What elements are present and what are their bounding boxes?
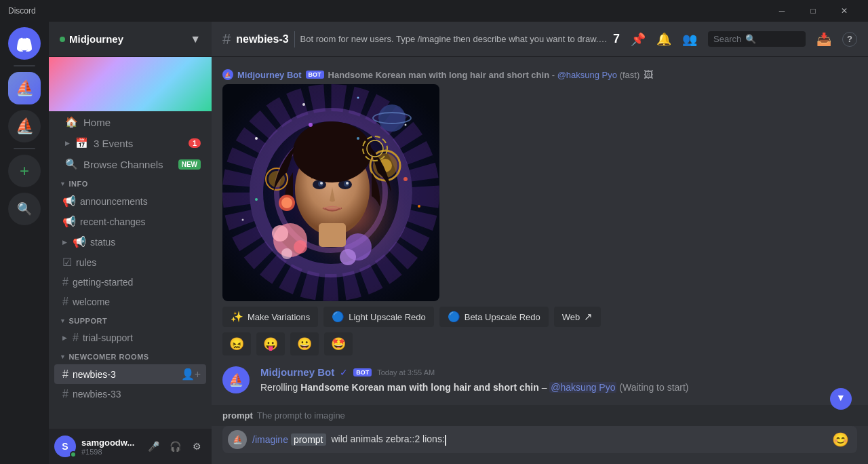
events-nav-item[interactable]: ▶ 📅 3 Events 1	[54, 133, 206, 153]
hash-icon-3: #	[73, 332, 79, 344]
home-nav-item[interactable]: 🏠 Home	[54, 112, 206, 132]
beta-upscale-redo-button[interactable]: 🔵 Beta Upscale Redo	[439, 307, 549, 327]
additional-server-icon[interactable]: ⛵	[8, 110, 41, 142]
server-list-divider-2	[14, 148, 35, 149]
server-list-divider	[14, 65, 35, 66]
svg-point-39	[357, 137, 359, 140]
browse-icon: 🔍	[65, 158, 78, 170]
message-content: Midjourney Bot ✓ BOT Today at 3:55 AM Re…	[260, 366, 857, 395]
home-icon: 🏠	[65, 116, 78, 128]
search-icon: 🔍	[745, 34, 756, 44]
server-banner	[49, 57, 212, 111]
megaphone-icon: 📢	[62, 195, 76, 208]
prompt-description: The prompt to imagine	[257, 410, 345, 421]
maximize-button[interactable]: □	[797, 0, 829, 22]
server-list: ⛵ ⛵ + 🔍	[0, 22, 49, 464]
bell-icon[interactable]: 🔔	[656, 32, 671, 47]
search-bar[interactable]: Search 🔍	[708, 31, 806, 47]
ai-image-container[interactable]	[222, 84, 857, 301]
svg-point-41	[255, 198, 258, 201]
info-toggle: ▼	[60, 180, 66, 187]
web-button[interactable]: Web ↗	[554, 307, 601, 327]
info-section-header[interactable]: ▼ INFO	[49, 177, 212, 191]
channel-status[interactable]: ▶ 📢 status	[54, 232, 206, 252]
reroll-prompt-bold: Handsome Korean man with long hair and s…	[300, 382, 539, 393]
info-section: ▼ INFO 📢 announcements 📢 recent-changes …	[49, 177, 212, 311]
input-box: ⛵ /imagine prompt wild animals zebra::2 …	[222, 426, 857, 453]
newcomer-section-header[interactable]: ▼ NEWCOMER ROOMS	[49, 350, 212, 364]
trial-toggle: ▶	[62, 334, 67, 341]
megaphone-icon-3: 📢	[73, 235, 86, 248]
headset-button[interactable]: 🎧	[165, 437, 184, 456]
prompt-label: prompt	[222, 410, 253, 421]
emoji-reactions: 😖 😛 😀 🤩	[222, 332, 857, 355]
light-upscale-icon: 🔵	[332, 311, 344, 323]
members-icon[interactable]: 👥	[682, 32, 697, 47]
user-bottom-bar: S samgoodw... #1598 🎤 🎧 ⚙	[49, 429, 212, 464]
text-cursor	[445, 435, 446, 446]
user-status-dot	[70, 451, 77, 458]
main-content-wrapper: ⛵ Midjourney Bot BOT Handsome Korean man…	[212, 57, 868, 464]
scroll-down-icon: ▲	[836, 393, 846, 404]
pin-icon[interactable]: 📌	[631, 32, 646, 47]
add-server-button[interactable]: +	[8, 155, 41, 187]
channel-header-name: newbies-3	[236, 33, 288, 45]
discover-servers-button[interactable]: 🔍	[8, 193, 41, 225]
reroll-message-text: Rerolling Handsome Korean man with long …	[260, 381, 857, 395]
server-status-dot	[60, 37, 65, 42]
app-title: Discord	[8, 6, 36, 16]
close-button[interactable]: ✕	[829, 0, 860, 22]
server-header[interactable]: Midjourney ▼	[49, 22, 212, 57]
help-icon[interactable]: ?	[842, 32, 857, 47]
slash-command-label: /imagine	[252, 434, 288, 445]
channel-hash-icon: #	[222, 31, 231, 48]
support-toggle: ▼	[60, 317, 66, 324]
channel-newbies-3[interactable]: # newbies-3 👤+	[54, 364, 206, 384]
support-section-header[interactable]: ▼ SUPPORT	[49, 314, 212, 328]
channel-recent-changes[interactable]: 📢 recent-changes	[54, 212, 206, 231]
svg-point-40	[403, 177, 408, 181]
channel-welcome[interactable]: # welcome	[54, 292, 206, 311]
main-area: # newbies-3 Bot room for new users. Type…	[212, 22, 868, 464]
nav-section: 🏠 Home ▶ 📅 3 Events 1 🔍 Browse Channels …	[49, 112, 212, 174]
channel-announcements[interactable]: 📢 announcements	[54, 191, 206, 211]
make-variations-button[interactable]: ✨ Make Variations	[222, 307, 318, 327]
ai-image-svg	[222, 84, 439, 301]
browse-channels-item[interactable]: 🔍 Browse Channels NEW	[54, 154, 206, 174]
svg-point-35	[281, 197, 292, 208]
svg-point-38	[309, 123, 313, 127]
discord-home-button[interactable]	[8, 27, 41, 60]
channel-trial-support[interactable]: ▶ # trial-support	[54, 328, 206, 347]
input-text-value[interactable]: wild animals zebra::2 lions:	[332, 433, 446, 445]
svg-point-36	[378, 104, 406, 132]
hash-icon-4: #	[62, 368, 68, 381]
hash-icon-5: #	[62, 388, 68, 400]
emoji-button[interactable]: 😊	[829, 429, 852, 450]
channel-header: # newbies-3 Bot room for new users. Type…	[212, 22, 868, 57]
events-badge: 1	[189, 138, 201, 148]
reaction-grin[interactable]: 😀	[290, 332, 319, 355]
verified-icon: ✓	[340, 367, 348, 378]
server-dropdown-icon: ▼	[190, 33, 201, 45]
light-upscale-redo-button[interactable]: 🔵 Light Upscale Redo	[323, 307, 433, 327]
svg-point-8	[294, 240, 307, 254]
bot-author-name: Midjourney Bot	[260, 366, 334, 378]
channel-rules[interactable]: ☑ rules	[54, 252, 206, 272]
inbox-icon[interactable]: 📥	[816, 32, 831, 47]
settings-button[interactable]: ⚙	[187, 437, 206, 456]
channel-newbies-33[interactable]: # newbies-33	[54, 385, 206, 404]
midjourney-server-icon[interactable]: ⛵	[8, 72, 41, 104]
svg-point-11	[340, 249, 356, 265]
reaction-tongue[interactable]: 😛	[256, 332, 285, 355]
svg-rect-24	[319, 223, 346, 247]
scroll-to-bottom-button[interactable]: ▲	[830, 388, 852, 410]
channel-getting-started[interactable]: # getting-started	[54, 273, 206, 292]
mic-button[interactable]: 🎤	[144, 437, 163, 456]
reaction-upset[interactable]: 😖	[222, 332, 251, 355]
input-content: /imagine prompt wild animals zebra::2 li…	[252, 426, 824, 453]
channel-sidebar: Midjourney ▼ 🏠 Home ▶ 📅 3 Events 1	[49, 22, 212, 464]
newcomer-toggle: ▼	[60, 353, 66, 360]
events-icon: 📅	[75, 137, 88, 149]
reaction-star-eyes[interactable]: 🤩	[324, 332, 353, 355]
minimize-button[interactable]: ─	[766, 0, 797, 22]
